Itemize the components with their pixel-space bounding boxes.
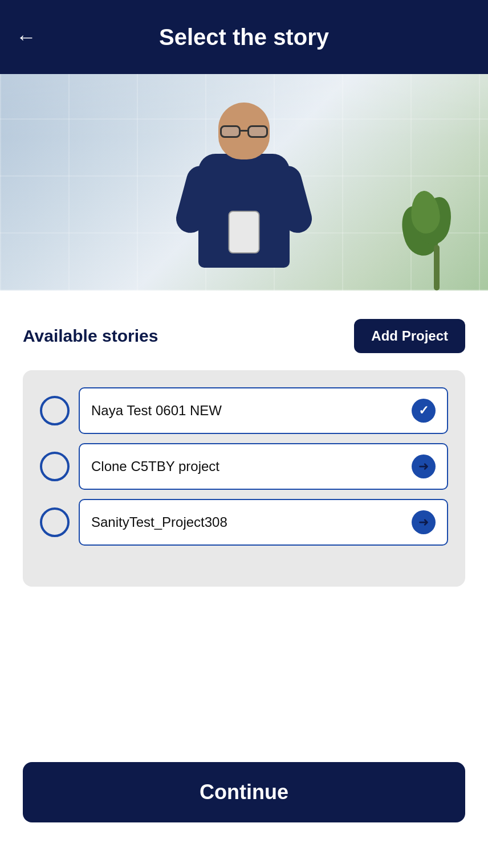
arrow-right-icon — [418, 459, 429, 474]
plant-decoration — [408, 188, 465, 290]
story-check-icon-1 — [412, 399, 436, 423]
story-row-2[interactable]: Clone C5TBY project — [79, 443, 448, 490]
spacer — [23, 604, 465, 734]
checkmark-icon — [418, 403, 429, 418]
continue-section: Continue — [23, 751, 465, 845]
list-item: Clone C5TBY project — [40, 443, 448, 490]
stories-section: Available stories Add Project Naya Test … — [23, 319, 465, 587]
story-name-3: SanityTest_Project308 — [91, 514, 227, 530]
page-title: Select the story — [159, 24, 329, 50]
story-arrow-icon-3 — [412, 510, 436, 534]
add-project-button[interactable]: Add Project — [354, 319, 465, 353]
stories-header: Available stories Add Project — [23, 319, 465, 353]
story-row-3[interactable]: SanityTest_Project308 — [79, 499, 448, 546]
story-radio-2[interactable] — [40, 452, 70, 481]
main-content: Available stories Add Project Naya Test … — [0, 290, 488, 868]
stories-list: Naya Test 0601 NEW Clone C5TBY project — [23, 370, 465, 587]
story-radio-1[interactable] — [40, 396, 70, 425]
story-row-1[interactable]: Naya Test 0601 NEW — [79, 387, 448, 434]
hero-image — [0, 74, 488, 290]
story-radio-3[interactable] — [40, 507, 70, 537]
list-item: SanityTest_Project308 — [40, 499, 448, 546]
person-illustration — [158, 97, 330, 290]
page-header: ← Select the story — [0, 0, 488, 74]
story-arrow-icon-2 — [412, 455, 436, 478]
list-item: Naya Test 0601 NEW — [40, 387, 448, 434]
story-name-1: Naya Test 0601 NEW — [91, 403, 222, 419]
stories-title: Available stories — [23, 326, 158, 346]
arrow-right-icon — [418, 515, 429, 530]
story-name-2: Clone C5TBY project — [91, 458, 219, 474]
back-button[interactable]: ← — [16, 27, 36, 47]
continue-button[interactable]: Continue — [23, 762, 465, 822]
